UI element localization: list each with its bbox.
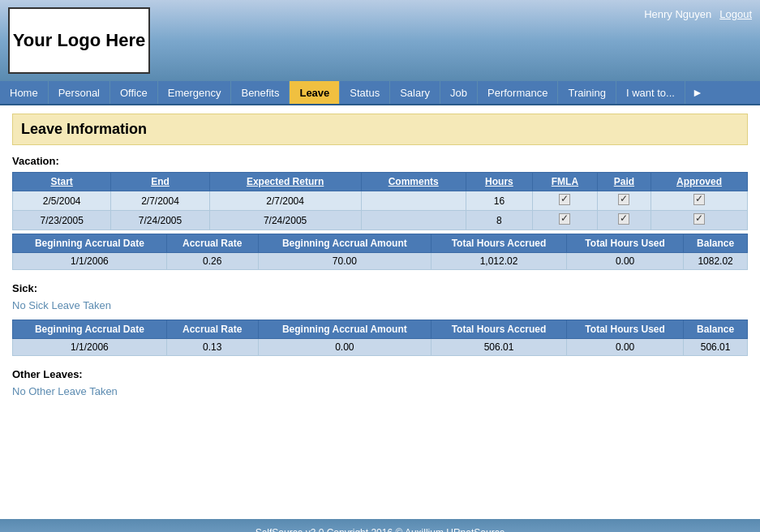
sick-section-label: Sick: [12, 282, 748, 294]
sick-sumcol-rate: Accrual Rate [166, 320, 258, 339]
sick-sumcol-total-used: Total Hours Used [566, 320, 683, 339]
nav-benefits[interactable]: Benefits [231, 81, 290, 104]
page-title-bar: Leave Information [12, 114, 748, 145]
logo: Your Logo Here [8, 7, 150, 74]
col-hours: Hours [466, 173, 532, 191]
fmla-checkbox [559, 213, 570, 225]
sick-amount: 0.00 [258, 339, 431, 356]
sumcol-total-accrued: Total Hours Accrued [431, 234, 566, 253]
sick-begin-date: 1/1/2006 [13, 339, 167, 356]
vacation-summary-table: Beginning Accrual Date Accrual Rate Begi… [12, 234, 748, 270]
sumcol-balance: Balance [684, 234, 748, 253]
logout-link[interactable]: Logout [719, 8, 752, 20]
nav-leave[interactable]: Leave [290, 81, 340, 104]
sick-accrued: 506.01 [431, 339, 566, 356]
sick-summary-row: 1/1/2006 0.13 0.00 506.01 0.00 506.01 [13, 339, 748, 356]
sick-summary-table: Beginning Accrual Date Accrual Rate Begi… [12, 320, 748, 356]
no-sick-leave-text: No Sick Leave Taken [12, 299, 748, 311]
footer: SelfSource v3.0 Copyright 2016 © Auxilli… [0, 519, 760, 532]
col-expected: Expected Return [209, 173, 361, 191]
vac-balance: 1082.02 [684, 253, 748, 270]
main-content: Leave Information Vacation: Start End Ex… [0, 105, 760, 511]
sumcol-beg-amount: Beginning Accrual Amount [258, 234, 431, 253]
summary-row: 1/1/2006 0.26 70.00 1,012.02 0.00 1082.0… [13, 253, 748, 270]
user-info: Henry Nguyen Logout [644, 8, 752, 20]
nav-bar: Home Personal Office Emergency Benefits … [0, 81, 760, 105]
sick-sumcol-beg-date: Beginning Accrual Date [13, 320, 167, 339]
nav-emergency[interactable]: Emergency [158, 81, 232, 104]
nav-performance[interactable]: Performance [478, 81, 558, 104]
footer-text: SelfSource v3.0 Copyright 2016 © Auxilli… [255, 527, 505, 532]
vac-rate: 0.26 [166, 253, 258, 270]
sick-sumcol-total-accrued: Total Hours Accrued [431, 320, 566, 339]
nav-iwantto[interactable]: I want to... [616, 81, 685, 104]
nav-personal[interactable]: Personal [49, 81, 110, 104]
col-approved: Approved [651, 173, 747, 191]
nav-office[interactable]: Office [110, 81, 158, 104]
col-comments: Comments [361, 173, 466, 191]
nav-training[interactable]: Training [558, 81, 616, 104]
approved-checkbox [693, 194, 705, 205]
approved-checkbox [693, 213, 705, 225]
other-leaves-label: Other Leaves: [12, 368, 748, 380]
nav-salary[interactable]: Salary [390, 81, 440, 104]
header: Your Logo Here Henry Nguyen Logout [0, 0, 760, 81]
sick-sumcol-beg-amount: Beginning Accrual Amount [258, 320, 431, 339]
vac-used: 0.00 [566, 253, 683, 270]
vacation-section-label: Vacation: [12, 155, 748, 167]
logo-text: Your Logo Here [13, 30, 145, 51]
col-end: End [111, 173, 209, 191]
nav-status[interactable]: Status [340, 81, 390, 104]
nav-home[interactable]: Home [0, 81, 49, 104]
sick-sumcol-balance: Balance [684, 320, 748, 339]
vacation-table: Start End Expected Return Comments Hours… [12, 172, 748, 230]
paid-checkbox [618, 194, 629, 205]
user-name: Henry Nguyen [644, 8, 711, 20]
sick-used: 0.00 [566, 339, 683, 356]
nav-more-icon[interactable]: ► [685, 81, 710, 104]
no-other-leave-text: No Other Leave Taken [12, 385, 748, 397]
sumcol-beg-date: Beginning Accrual Date [13, 234, 167, 253]
fmla-checkbox [559, 194, 570, 205]
sick-balance: 506.01 [684, 339, 748, 356]
nav-job[interactable]: Job [440, 81, 478, 104]
sick-rate: 0.13 [166, 339, 258, 356]
table-row: 7/23/2005 7/24/2005 7/24/2005 8 [13, 211, 748, 230]
sumcol-rate: Accrual Rate [166, 234, 258, 253]
col-paid: Paid [597, 173, 651, 191]
col-start: Start [13, 173, 111, 191]
vac-amount: 70.00 [258, 253, 431, 270]
col-fmla: FMLA [533, 173, 598, 191]
table-row: 2/5/2004 2/7/2004 2/7/2004 16 [13, 191, 748, 211]
vac-accrued: 1,012.02 [431, 253, 566, 270]
sumcol-total-used: Total Hours Used [566, 234, 683, 253]
vac-begin-date: 1/1/2006 [13, 253, 167, 270]
page-title: Leave Information [21, 121, 147, 137]
paid-checkbox [618, 213, 629, 225]
